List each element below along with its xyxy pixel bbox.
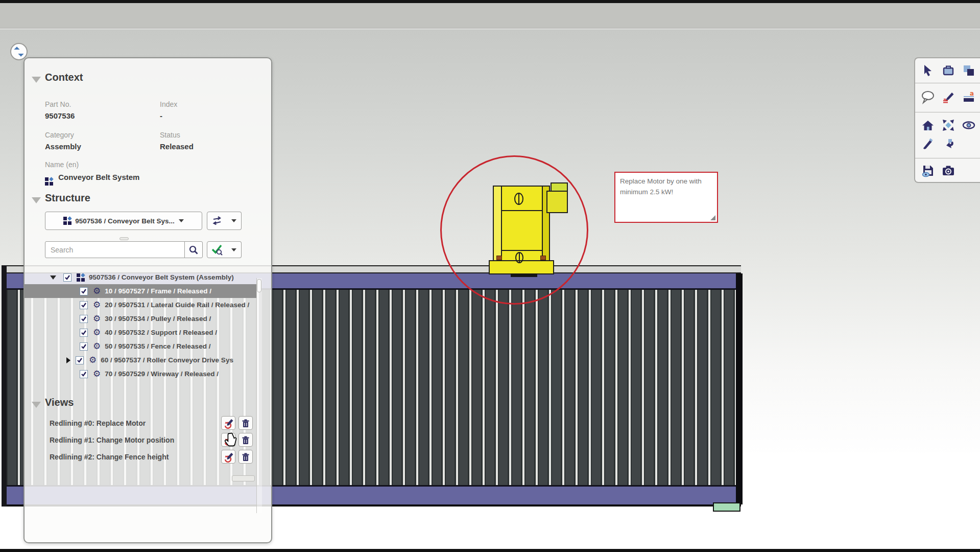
tree-row[interactable]: ⚙ 30 / 9507534 / Pulley / Released / <box>25 312 257 326</box>
window-title-bar <box>0 3 980 29</box>
tree-row[interactable]: ⚙ 40 / 9507532 / Support / Released / <box>25 326 257 339</box>
assembly-icon <box>45 177 53 186</box>
field-value: - <box>160 111 162 120</box>
checkbox-checked[interactable] <box>80 370 88 378</box>
note-resize-grip[interactable] <box>710 215 715 220</box>
expander-right-icon[interactable] <box>66 357 70 363</box>
part-gear-icon: ⚙ <box>93 342 101 351</box>
structure-root-label: 9507536 / Conveyor Belt Sys... <box>75 217 174 225</box>
checkbox-checked[interactable] <box>80 342 88 351</box>
text-annotation-button[interactable]: a <box>959 88 978 106</box>
part-gear-icon: ⚙ <box>93 301 101 309</box>
tree-scrollbar-thumb[interactable] <box>257 279 261 292</box>
field-label: Name (en) <box>45 160 79 169</box>
delete-redlining-button[interactable] <box>238 450 253 464</box>
redlining-view-label[interactable]: Redlining #1: Change Motor position <box>50 436 174 444</box>
part-gear-icon: ⚙ <box>93 370 101 378</box>
part-gear-icon: ⚙ <box>89 356 97 364</box>
area-select-button[interactable] <box>939 62 958 79</box>
structure-header: Structure <box>45 192 90 204</box>
tree-row[interactable]: 9507536 / Conveyor Belt System (Assembly… <box>25 270 257 284</box>
section-knife-button[interactable] <box>918 135 938 152</box>
viewer-toolbar: a <box>914 57 980 183</box>
checkbox-checked[interactable] <box>63 273 71 282</box>
save-view-button[interactable] <box>918 162 938 179</box>
checkbox-checked[interactable] <box>80 315 88 323</box>
structure-root-dropdown[interactable]: 9507536 / Conveyor Belt Sys... <box>45 212 202 230</box>
delete-redlining-button[interactable] <box>238 416 253 430</box>
trash-icon <box>241 452 251 462</box>
checkbox-checked[interactable] <box>80 329 88 337</box>
context-header: Context <box>45 72 83 83</box>
tree-row-label: 9507536 / Conveyor Belt System (Assembly… <box>89 273 234 281</box>
tree-row[interactable]: ⚙ 50 / 9507535 / Fence / Released / <box>25 339 257 353</box>
toolbar-separator <box>915 158 980 158</box>
field-label: Index <box>160 100 177 108</box>
knife-icon <box>921 136 935 151</box>
context-structure-panel: Context Part No. 9507536 Index - Categor… <box>23 57 272 543</box>
snapshot-button[interactable] <box>939 162 958 179</box>
compare-structure-button[interactable] <box>207 212 227 230</box>
splitter-grip[interactable] <box>119 237 129 240</box>
tree-row-label: 10 / 9507527 / Frame / Released / <box>105 287 211 295</box>
conveyor-foot <box>713 502 740 512</box>
search-button[interactable] <box>184 241 203 258</box>
panel-resize-grip[interactable] <box>232 475 255 481</box>
checkbox-checked[interactable] <box>76 356 84 364</box>
checkbox-checked[interactable] <box>80 301 88 309</box>
overlay-compare-button[interactable] <box>959 62 978 79</box>
context-name-value: Conveyor Belt System <box>45 173 139 186</box>
field-label: Status <box>160 131 180 139</box>
views-collapse-triangle[interactable] <box>32 402 41 408</box>
expander-down-icon[interactable] <box>50 275 56 280</box>
structure-tree: 9507536 / Conveyor Belt System (Assembly… <box>25 270 257 384</box>
comment-bubble-icon <box>920 90 936 104</box>
tree-row[interactable]: ⚙ 60 / 9507537 / Roller Conveyor Drive S… <box>25 353 257 367</box>
tree-scrollbar-track[interactable] <box>256 278 262 513</box>
restore-redlining-icon <box>223 418 234 429</box>
fit-to-view-button[interactable] <box>939 117 958 134</box>
tree-row-selected[interactable]: ⚙ 10 / 9507527 / Frame / Released / <box>25 284 257 298</box>
filter-check-button[interactable] <box>207 241 227 258</box>
checkbox-checked[interactable] <box>80 287 88 295</box>
home-view-button[interactable] <box>918 117 938 134</box>
tree-row-label: 60 / 9507537 / Roller Conveyor Drive Sys <box>101 356 233 364</box>
part-gear-icon: ⚙ <box>93 328 101 337</box>
select-cursor-button[interactable] <box>918 62 938 79</box>
select-cursor-icon <box>921 63 935 78</box>
toolbar-separator <box>915 83 980 83</box>
views-header: Views <box>45 397 74 408</box>
redlining-view-label[interactable]: Redlining #2: Change Fence height <box>50 453 169 461</box>
redlining-view-label[interactable]: Redlining #0: Replace Motor <box>50 419 146 427</box>
check-search-icon <box>211 244 223 256</box>
compare-options-dropdown[interactable] <box>227 212 242 230</box>
filter-options-dropdown[interactable] <box>227 241 242 258</box>
context-collapse-triangle[interactable] <box>32 77 41 83</box>
panel-collapse-button[interactable] <box>10 43 28 60</box>
area-select-icon <box>941 63 955 78</box>
undo-arrow-icon <box>941 136 955 151</box>
redline-pen-button[interactable] <box>939 88 958 106</box>
redline-pen-icon <box>941 90 955 104</box>
structure-collapse-triangle[interactable] <box>32 197 41 203</box>
part-gear-icon: ⚙ <box>93 314 101 323</box>
trash-icon <box>241 435 251 445</box>
toolbar-separator <box>915 112 980 112</box>
comment-button[interactable] <box>918 88 938 106</box>
chevron-down-icon <box>231 248 236 251</box>
restore-redlining-button[interactable] <box>221 416 235 430</box>
redline-note-box[interactable]: Replace Motor by one with minimum 2.5 kW… <box>614 172 718 223</box>
redline-note-text: Replace Motor by one with minimum 2.5 kW… <box>620 177 702 196</box>
field-value: Released <box>160 142 194 151</box>
overlap-squares-icon <box>962 63 976 78</box>
camera-icon <box>941 164 955 178</box>
restore-redlining-button[interactable] <box>221 450 235 464</box>
tree-row[interactable]: ⚙ 20 / 9507531 / Lateral Guide Rail / Re… <box>25 298 257 312</box>
conveyor-end-cap <box>736 273 743 504</box>
undo-button[interactable] <box>939 135 958 152</box>
assembly-icon <box>63 217 71 225</box>
search-input[interactable] <box>45 241 185 258</box>
chevron-down-icon <box>231 219 236 222</box>
tree-row[interactable]: ⚙ 70 / 9507529 / Wireway / Released / <box>25 367 257 381</box>
visibility-button[interactable] <box>959 117 978 134</box>
